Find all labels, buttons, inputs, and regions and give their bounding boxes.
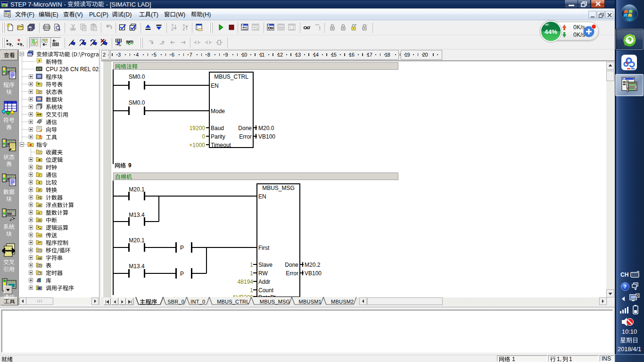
svg-text:±R: ±R <box>38 204 41 207</box>
svg-text:44%: 44% <box>545 28 557 35</box>
svg-text:sym: sym <box>126 39 133 44</box>
svg-text:AB: AB <box>38 257 42 260</box>
svg-text:±I: ±I <box>38 212 40 214</box>
svg-text:+1: +1 <box>38 196 41 199</box>
svg-text:?: ? <box>38 59 41 63</box>
svg-text:?: ? <box>623 284 627 289</box>
svg-text:0: 0 <box>39 90 40 93</box>
